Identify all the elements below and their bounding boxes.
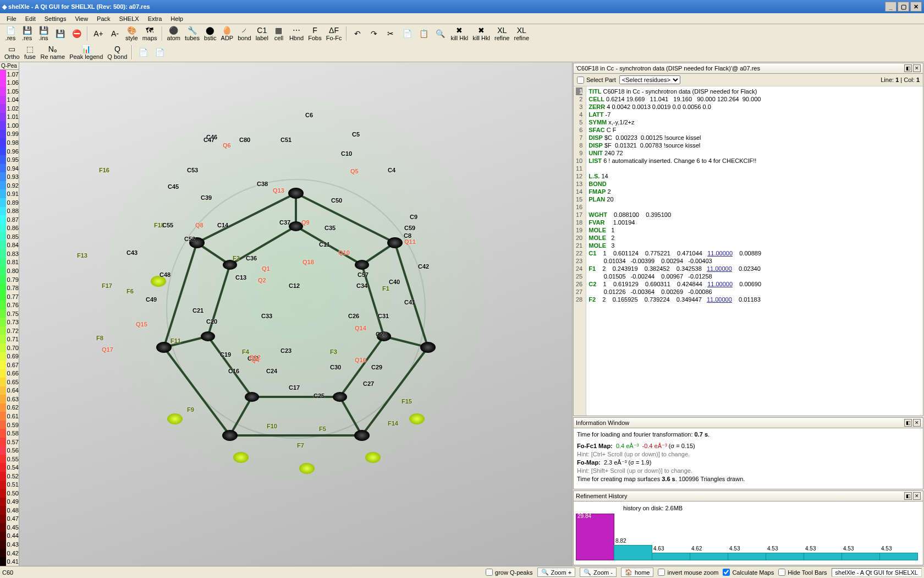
toolbar-fobs-button[interactable]: FFobs [306,26,323,41]
atom-label[interactable]: F9 [187,406,194,413]
toolbar-fuse-button[interactable]: ⬚fuse [23,45,38,60]
editor-code[interactable]: TITL C60F18 in Cc - synchrotron data (DI… [586,86,763,416]
atom-label[interactable]: Q18 [302,259,314,265]
toolbar-hbond-button[interactable]: ⋯Hbnd [288,26,305,41]
history-bars[interactable]: 29.848.824.634.624.534.534.534.534.53 [576,514,921,560]
zoom-plus-button[interactable]: 🔍 Zoom + [537,568,576,577]
toolbar-copy-button[interactable]: 📄 [399,26,415,41]
atom-label[interactable]: C38 [257,181,268,187]
atom-label[interactable]: C50 [331,197,342,204]
atom-label[interactable]: C47 [204,137,215,143]
history-bar[interactable]: 4.62 [690,553,728,560]
atom-label[interactable]: C27 [363,380,374,387]
toolbar-killhkl1-button[interactable]: ✖kill Hkl [449,26,470,41]
atom-label[interactable]: F15 [402,398,412,405]
menu-settings[interactable]: Settings [40,14,71,23]
toolbar-paste-button[interactable]: 📋 [416,26,431,41]
atom-label[interactable]: F7 [297,442,304,449]
atom-label[interactable]: C20 [206,318,217,325]
molecule-viewer[interactable]: F16F13F17F6F8F18F11F2F9F10F5F7F4F3F14F15… [19,62,572,566]
atom-label[interactable]: Q14 [355,325,366,331]
atom-label[interactable]: C14 [217,222,228,228]
atom-label[interactable]: C35 [324,225,336,231]
menu-view[interactable]: View [70,14,92,23]
toolbar-maps-button[interactable]: 🗺maps [141,26,159,41]
toolbar-undo-button[interactable]: ↶ [350,26,365,41]
atom-label[interactable]: F2 [233,255,240,261]
atom-label[interactable]: C10 [341,150,352,157]
toolbar-save-res-button[interactable]: 💾.res [19,26,35,41]
toolbar-atom-button[interactable]: ⚫atom [166,26,182,41]
atom-label[interactable]: C49 [146,296,157,303]
menu-pack[interactable]: Pack [92,14,114,23]
history-bar[interactable]: 29.84 [576,514,614,560]
atom-label[interactable]: C23 [280,347,292,354]
atom-label[interactable]: F10 [267,423,277,429]
code-editor[interactable]: 1234567891011121314151617181920212223242… [574,86,923,416]
atom-label[interactable]: F5 [319,426,326,432]
atom-label[interactable]: Q12 [249,354,261,361]
info-undock-button[interactable]: ◧ [904,419,912,427]
atom-label[interactable]: C21 [193,307,204,314]
history-body[interactable]: history on disk: 2.6MB 29.848.824.634.62… [574,501,923,565]
toolbar-killhkl2-button[interactable]: ✖kill Hkl [471,26,492,41]
atom-label[interactable]: Q5 [350,168,359,175]
info-close-button[interactable]: ✕ [913,419,921,427]
atom-label[interactable]: C43 [127,249,138,256]
hide-toolbars-check[interactable]: Hide Tool Bars [778,569,827,576]
toolbar-xlrefine2-button[interactable]: XLrefine [513,26,531,41]
atom-label[interactable]: F8 [96,335,103,341]
atom-label[interactable]: Q10 [338,249,350,256]
select-part-checkbox[interactable] [577,77,584,84]
atom-label[interactable]: C6 [305,112,313,118]
toolbar-close-button[interactable]: ⛔ [69,26,84,41]
atom-label[interactable]: C4 [388,167,395,173]
atom-label[interactable]: Q8 [195,222,204,228]
toolbar-open-button[interactable]: 📄.res [3,26,18,41]
atom-label[interactable]: C34 [356,282,367,289]
atom-label[interactable]: C57 [358,271,369,278]
atom-label[interactable]: Q16 [355,357,366,363]
history-close-button[interactable]: ✕ [913,492,921,500]
atom-label[interactable]: F16 [99,167,109,173]
toolbar-cut-button[interactable]: ✂ [383,26,398,41]
minimize-button[interactable]: _ [885,2,897,12]
viewer-canvas[interactable]: F16F13F17F6F8F18F11F2F9F10F5F7F4F3F14F15… [19,62,572,566]
atom-label[interactable]: F6 [127,288,134,295]
atom-label[interactable]: Q2 [258,277,266,283]
atom-label[interactable]: Q1 [262,265,270,272]
atom-label[interactable]: F1 [382,285,389,292]
menu-file[interactable]: File [2,14,21,23]
grow-qpeaks-check[interactable]: grow Q-peaks [486,569,532,576]
toolbar-tubes-button[interactable]: 🔧tubes [183,26,201,41]
editor-close-button[interactable]: ✕ [913,64,921,72]
close-button[interactable]: ✕ [910,2,922,12]
atom-label[interactable]: C30 [330,364,341,370]
editor-undock-button[interactable]: ◧ [904,64,912,72]
history-bar[interactable]: 4.53 [766,553,804,560]
toolbar-qbond-button[interactable]: QQ bond [106,45,129,60]
atom-label[interactable]: Q17 [102,346,113,353]
toolbar-peak-legend-button[interactable]: 📊Peak legend [68,45,105,60]
atom-label[interactable]: C12 [289,282,300,289]
history-bar[interactable]: 4.53 [728,553,766,560]
atom-label[interactable]: C52 [184,236,195,242]
atom-label[interactable]: C48 [160,271,170,278]
toolbar-bond-button[interactable]: ⟋bond [236,26,252,41]
atom-label[interactable]: C40 [389,279,400,285]
history-bar[interactable]: 4.53 [879,553,918,560]
maximize-button[interactable]: ▢ [898,2,909,12]
toolbar-redo-button[interactable]: ↷ [366,26,382,41]
toolbar-label-button[interactable]: C1label [254,26,270,41]
history-bar[interactable]: 8.82 [614,545,652,560]
zoom-minus-button[interactable]: 🔍 Zoom - [580,568,617,577]
toolbar-fo-fc-button[interactable]: ΔFFo-Fc [324,26,344,41]
menu-shelx[interactable]: SHELX [115,14,144,23]
toolbar-font-aplus-button[interactable]: A+ [91,26,106,41]
toolbar-bstic-button[interactable]: ⬤bstic [202,26,218,41]
atom-label[interactable]: C16 [228,368,239,374]
atom-label[interactable]: C55 [162,222,173,228]
atom-label[interactable]: C9 [410,214,417,220]
menu-help[interactable]: Help [166,14,188,23]
history-bar[interactable]: 4.53 [842,553,880,560]
